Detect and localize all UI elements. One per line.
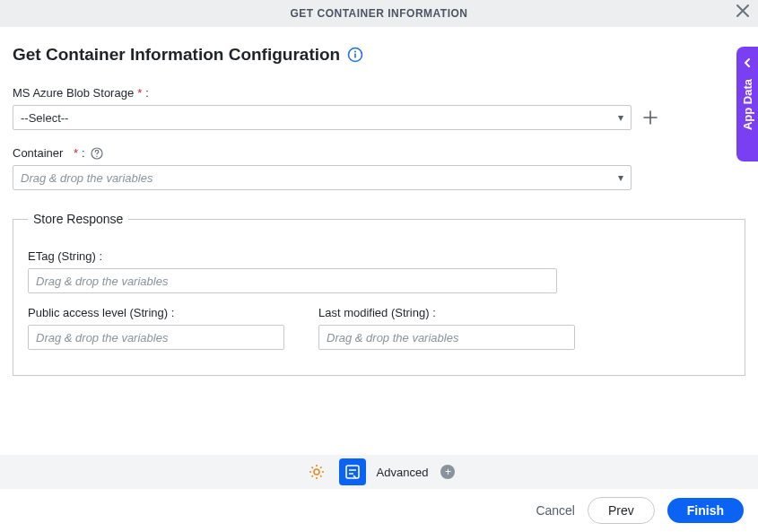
container-input[interactable]: [21, 166, 623, 189]
store-response-legend: Store Response: [28, 212, 128, 226]
svg-point-4: [96, 155, 97, 156]
container-row: [13, 165, 745, 190]
svg-rect-6: [346, 466, 359, 478]
app-data-panel-toggle[interactable]: App Data: [736, 47, 758, 161]
etag-label: ETag (String) :: [28, 249, 730, 263]
two-col-row: Public access level (String) : Last modi…: [28, 293, 730, 350]
dialog-header: GET CONTAINER INFORMATION: [0, 0, 758, 27]
prev-button[interactable]: Prev: [588, 497, 655, 524]
store-response-fieldset: Store Response ETag (String) : Public ac…: [13, 212, 745, 376]
page-title: Get Container Information Configuration: [13, 45, 340, 65]
etag-input-wrap: [28, 268, 557, 293]
svg-point-1: [354, 51, 356, 53]
form-area: MS Azure Blob Storage*: --Select-- Conta…: [0, 86, 758, 376]
azure-select[interactable]: --Select--: [13, 105, 632, 130]
cancel-button[interactable]: Cancel: [536, 503, 575, 518]
azure-row: --Select--: [13, 105, 745, 130]
access-col: Public access level (String) :: [28, 293, 295, 350]
container-select[interactable]: [13, 165, 632, 190]
dialog-title: GET CONTAINER INFORMATION: [290, 7, 467, 20]
access-label: Public access level (String) :: [28, 306, 295, 319]
bottom-toolstrip: Advanced +: [0, 455, 758, 489]
etag-input[interactable]: [29, 269, 556, 292]
modified-input-wrap: [318, 325, 575, 350]
access-input[interactable]: [29, 326, 283, 349]
info-icon[interactable]: [347, 47, 363, 63]
advanced-add-button[interactable]: +: [440, 465, 455, 479]
modified-col: Last modified (String) :: [318, 293, 586, 350]
close-icon[interactable]: [736, 4, 749, 22]
svg-rect-2: [354, 54, 356, 58]
footer: Cancel Prev Finish: [0, 489, 758, 532]
access-input-wrap: [28, 325, 284, 350]
required-asterisk: *: [74, 146, 78, 160]
container-label: Container * :: [13, 146, 745, 160]
help-icon[interactable]: [91, 147, 103, 160]
chevron-left-icon: [743, 56, 752, 70]
required-asterisk: *: [137, 86, 142, 100]
add-storage-button[interactable]: [640, 108, 660, 127]
finish-button[interactable]: Finish: [667, 498, 744, 523]
svg-point-5: [314, 469, 319, 475]
modified-input[interactable]: [319, 326, 574, 349]
page-title-row: Get Container Information Configuration: [0, 27, 758, 70]
advanced-label: Advanced: [377, 466, 429, 479]
gear-icon[interactable]: [303, 458, 330, 485]
azure-selected-value: --Select--: [21, 111, 68, 125]
view-mode-icon[interactable]: [339, 458, 366, 485]
azure-label: MS Azure Blob Storage*:: [13, 86, 745, 100]
modified-label: Last modified (String) :: [318, 306, 586, 319]
app-data-label: App Data: [741, 79, 754, 130]
